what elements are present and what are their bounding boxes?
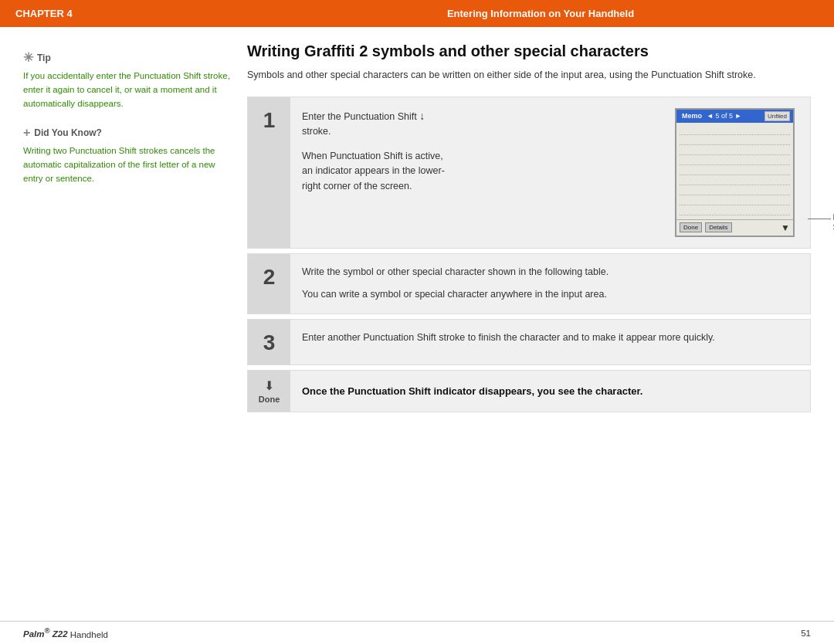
content-area: Writing Graffiti 2 symbols and other spe…	[247, 42, 834, 621]
handheld-details-btn: Details	[705, 222, 731, 232]
tip-section: ✳ Tip If you accidentally enter the Punc…	[23, 50, 232, 110]
handheld-memo-label: Memo	[680, 111, 704, 120]
step-2-content: Write the symbol or other special charac…	[290, 254, 810, 314]
step-1-content: Enter the Punctuation Shift ↓stroke. Whe…	[290, 97, 810, 248]
chapter-title: Entering Information on Your Handheld	[263, 8, 819, 19]
step-1-number: 1	[263, 108, 276, 133]
done-arrow-icon: ⬇	[264, 378, 274, 393]
step-2-text-line1: Write the symbol or other special charac…	[302, 265, 798, 280]
step-3: 3 Enter another Punctuation Shift stroke…	[247, 319, 811, 365]
tip-body: If you accidentally enter the Punctuatio…	[23, 69, 232, 110]
step-2-text-area: Write the symbol or other special charac…	[302, 265, 798, 303]
done-text: Once the Punctuation Shift indicator dis…	[290, 371, 654, 412]
sidebar: ✳ Tip If you accidentally enter the Punc…	[0, 42, 247, 621]
step-1: 1 Enter the Punctuation Shift ↓stroke. W…	[247, 97, 811, 249]
step-3-content: Enter another Punctuation Shift stroke t…	[290, 320, 810, 364]
step-2-number-box: 2	[248, 254, 290, 314]
step-1-text-line1: Enter the Punctuation Shift ↓stroke.	[302, 108, 663, 140]
handheld-indicator-arrow: ▼	[781, 222, 790, 233]
step-1-inner: Enter the Punctuation Shift ↓stroke. Whe…	[302, 108, 798, 237]
done-label: Done	[259, 395, 280, 404]
handheld-unfiled: Unfiled	[764, 111, 790, 121]
step-1-number-box: 1	[248, 97, 290, 248]
handheld-lines	[676, 123, 793, 219]
chapter-label: CHAPTER 4	[15, 8, 263, 19]
step-3-text: Enter another Punctuation Shift stroke t…	[302, 330, 798, 345]
tip-header: ✳ Tip	[23, 50, 232, 65]
step-2-text-line2: You can write a symbol or special charac…	[302, 287, 798, 302]
step-2: 2 Write the symbol or other special char…	[247, 253, 811, 314]
dyk-label: Did You Know?	[34, 127, 102, 138]
dyk-header: + Did You Know?	[23, 126, 232, 140]
step-2-number: 2	[263, 265, 276, 290]
handheld-device: Memo ◄ 5 of 5 ► Unfiled	[675, 108, 795, 237]
page-title: Writing Graffiti 2 symbols and other spe…	[247, 42, 811, 60]
tip-star-icon: ✳	[23, 50, 33, 65]
page-header: CHAPTER 4 Entering Information on Your H…	[0, 0, 834, 27]
footer-page-number: 51	[801, 629, 811, 638]
did-you-know-section: + Did You Know? Writing two Punctuation …	[23, 126, 232, 185]
dyk-plus-icon: +	[23, 126, 30, 140]
step-1-text-area: Enter the Punctuation Shift ↓stroke. Whe…	[302, 108, 663, 237]
handheld-bottom-bar: Done Details ▼	[676, 219, 793, 236]
handheld-top-bar: Memo ◄ 5 of 5 ► Unfiled	[676, 110, 793, 123]
step-1-text-line2: When Punctuation Shift is active,an indi…	[302, 149, 663, 194]
dyk-body: Writing two Punctuation Shift strokes ca…	[23, 144, 232, 185]
page-footer: Palm® Z22 Handheld 51	[0, 621, 834, 644]
handheld-done-btn: Done	[680, 222, 702, 232]
main-content: ✳ Tip If you accidentally enter the Punc…	[0, 27, 834, 621]
done-box: ⬇ Done	[248, 371, 290, 412]
done-step: ⬇ Done Once the Punctuation Shift indica…	[247, 370, 811, 412]
footer-brand: Palm® Z22 Handheld	[23, 627, 108, 639]
step-3-number-box: 3	[248, 320, 290, 364]
step-3-number: 3	[263, 330, 276, 355]
intro-text: Symbols and other special characters can…	[247, 68, 811, 83]
handheld-nav: ◄ 5 of 5 ►	[707, 112, 741, 120]
tip-label: Tip	[37, 53, 51, 63]
handheld-mockup: Memo ◄ 5 of 5 ► Unfiled	[675, 108, 798, 237]
step-3-text-area: Enter another Punctuation Shift stroke t…	[302, 330, 798, 354]
